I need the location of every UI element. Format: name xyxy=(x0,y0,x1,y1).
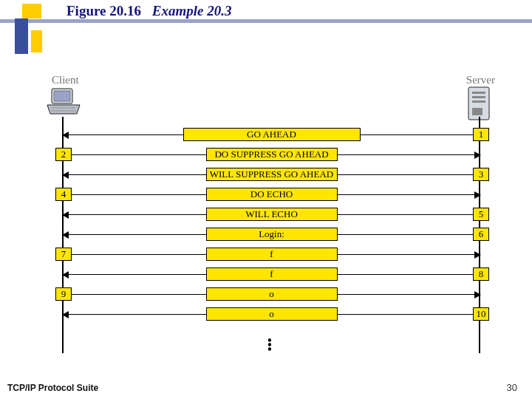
header-accent-bar xyxy=(0,19,532,23)
message-text: DO ECHO xyxy=(250,188,293,200)
sequence-number: 1 xyxy=(479,129,484,140)
message-text: o xyxy=(269,288,274,299)
server-label: Server xyxy=(466,74,495,86)
client-label: Client xyxy=(52,74,79,86)
footer-text: TCP/IP Protocol Suite xyxy=(7,383,98,393)
sequence-badge: 8 xyxy=(473,267,489,281)
sequence-badge: 9 xyxy=(55,287,72,301)
message-text: GO AHEAD xyxy=(247,129,296,140)
sequence-badge: 7 xyxy=(55,248,72,261)
message-box: WILL ECHO xyxy=(206,208,338,221)
message-box: GO AHEAD xyxy=(183,128,361,141)
message-text: Login: xyxy=(259,228,284,239)
sequence-diagram: Client Server GO AHEAD1DO SUPPRESS GO AH… xyxy=(44,74,495,369)
message-box: DO SUPPRESS GO AHEAD xyxy=(206,148,338,161)
message-box: Login: xyxy=(206,228,338,241)
page-number: 30 xyxy=(507,382,517,393)
message-box: f xyxy=(206,267,338,281)
arrow-left-icon xyxy=(62,132,69,139)
sequence-badge: 2 xyxy=(55,148,72,161)
sequence-number: 8 xyxy=(479,268,484,279)
svg-rect-8 xyxy=(472,108,482,115)
sequence-number: 10 xyxy=(477,308,486,319)
arrow-right-icon xyxy=(474,191,481,199)
sequence-number: 3 xyxy=(479,168,484,180)
message-text: f xyxy=(270,248,273,259)
arrow-left-icon xyxy=(62,231,69,239)
figure-number: Figure 20.16 xyxy=(66,3,141,18)
message-box: DO ECHO xyxy=(206,188,338,201)
message-text: o xyxy=(269,308,274,319)
laptop-icon xyxy=(44,87,83,117)
arrow-left-icon xyxy=(62,171,69,179)
arrow-right-icon xyxy=(474,251,481,259)
message-box: WILL SUPPRESS GO AHEAD xyxy=(206,168,338,181)
message-text: DO SUPPRESS GO AHEAD xyxy=(214,149,328,160)
sequence-badge: 5 xyxy=(473,208,489,221)
sequence-badge: 10 xyxy=(473,307,489,321)
example-number: Example 20.3 xyxy=(152,3,232,18)
message-box: o xyxy=(206,287,338,301)
sequence-number: 2 xyxy=(61,149,66,160)
sequence-badge: 4 xyxy=(55,188,72,201)
sequence-number: 7 xyxy=(61,248,66,259)
svg-rect-7 xyxy=(472,100,485,103)
slide-title: Figure 20.16 Example 20.3 xyxy=(66,3,231,19)
ellipsis-dots: ••• xyxy=(266,338,273,352)
svg-rect-6 xyxy=(472,96,485,98)
sequence-badge: 6 xyxy=(473,228,489,241)
message-text: WILL ECHO xyxy=(245,208,298,219)
header-decoration xyxy=(15,4,52,55)
sequence-badge: 1 xyxy=(473,128,489,141)
sequence-number: 6 xyxy=(479,228,484,239)
sequence-badge: 3 xyxy=(473,168,489,181)
arrow-left-icon xyxy=(62,211,69,219)
arrow-right-icon xyxy=(474,291,481,299)
message-text: WILL SUPPRESS GO AHEAD xyxy=(210,168,333,180)
sequence-number: 9 xyxy=(61,288,66,299)
message-text: f xyxy=(270,268,273,279)
arrow-right-icon xyxy=(474,151,481,159)
arrow-left-icon xyxy=(62,271,69,279)
svg-rect-1 xyxy=(54,91,70,101)
message-box: f xyxy=(206,248,338,261)
arrow-left-icon xyxy=(62,311,69,318)
sequence-number: 5 xyxy=(479,208,484,219)
sequence-number: 4 xyxy=(61,188,66,200)
svg-rect-5 xyxy=(472,92,485,94)
message-box: o xyxy=(206,307,338,321)
